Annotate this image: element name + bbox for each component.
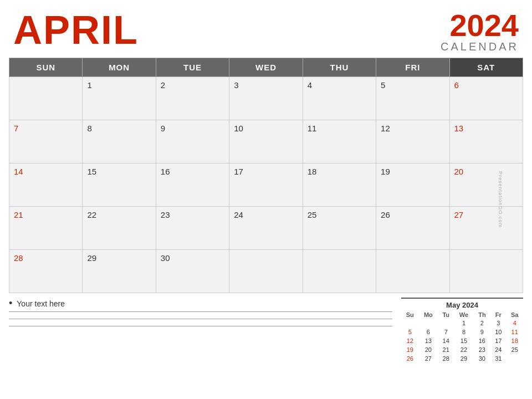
mini-header-cell: Su [401, 311, 419, 319]
mini-calendar-cell: 1 [454, 319, 473, 328]
calendar-cell: 24 [229, 207, 303, 250]
mini-calendar-cell: 2 [474, 319, 490, 328]
calendar-cell: 13 [449, 120, 523, 163]
mini-calendar-cell: 22 [454, 345, 473, 354]
mini-calendar-cell: 20 [419, 345, 438, 354]
mini-calendar-cell: 30 [474, 354, 490, 363]
mini-calendar-cell: 8 [454, 328, 473, 336]
header-wed: WED [229, 58, 303, 77]
calendar-cell: 29 [83, 250, 156, 293]
mini-calendar-cell: 21 [438, 345, 454, 354]
mini-calendar-cell: 10 [490, 328, 506, 336]
calendar-cell: 18 [303, 163, 376, 207]
header-sun: SUN [9, 58, 83, 77]
mini-calendar-row: 262728293031 [401, 354, 523, 363]
watermark: PresentationGO.com [498, 171, 503, 228]
calendar-cell: 14 [9, 163, 83, 207]
header-sat: SAT [449, 58, 523, 77]
calendar-cell: 12 [376, 120, 449, 163]
mini-calendar-cell [438, 319, 454, 328]
calendar-cell: 5 [376, 77, 449, 120]
mini-calendar-row: 19202122232425 [401, 345, 523, 354]
mini-header-cell: Th [474, 311, 490, 319]
notes-text: Your text here [17, 299, 65, 308]
calendar-cell: 20 [449, 163, 523, 207]
calendar-cell: 4 [303, 77, 376, 120]
calendar-cell: 30 [156, 250, 229, 293]
mini-calendar-cell: 7 [438, 328, 454, 336]
calendar-label: CALENDAR [441, 41, 519, 52]
mini-calendar: May 2024 SuMoTuWeThFrSa 1234567891011121… [401, 298, 523, 363]
calendar-cell: 17 [229, 163, 303, 207]
calendar-cell: 19 [376, 163, 449, 207]
calendar-cell: 9 [156, 120, 229, 163]
year-block: 2024 CALENDAR [441, 10, 519, 52]
calendar-cell: 25 [303, 207, 376, 250]
header-mon: MON [83, 58, 156, 77]
mini-calendar-cell: 11 [506, 328, 523, 336]
mini-calendar-cell: 4 [506, 319, 523, 328]
calendar-cell: 10 [229, 120, 303, 163]
mini-calendar-cell: 12 [401, 336, 419, 345]
mini-calendar-cell: 28 [438, 354, 454, 363]
mini-calendar-cell: 14 [438, 336, 454, 345]
mini-calendar-cell: 19 [401, 345, 419, 354]
calendar-cell: 1 [83, 77, 156, 120]
calendar-cell: 7 [9, 120, 83, 163]
mini-calendar-cell: 27 [419, 354, 438, 363]
calendar-cell [9, 77, 83, 120]
calendar-cell: 16 [156, 163, 229, 207]
calendar-cell: 26 [376, 207, 449, 250]
mini-calendar-row: 567891011 [401, 328, 523, 336]
calendar-week-row: 282930 [9, 250, 523, 293]
calendar-week-row: 78910111213 [9, 120, 523, 163]
calendar-cell: 2 [156, 77, 229, 120]
calendar-cell: 21 [9, 207, 83, 250]
mini-calendar-row: 12131415161718 [401, 336, 523, 345]
main-calendar: SUN MON TUE WED THU FRI SAT 123456789101… [9, 58, 523, 293]
notes-area: • Your text here [9, 298, 392, 333]
mini-calendar-table: SuMoTuWeThFrSa 1234567891011121314151617… [401, 311, 523, 363]
calendar-cell: 22 [83, 207, 156, 250]
mini-header-cell: Mo [419, 311, 438, 319]
mini-header-cell: We [454, 311, 473, 319]
mini-calendar-cell: 13 [419, 336, 438, 345]
calendar-cell [376, 250, 449, 293]
mini-calendar-cell: 3 [490, 319, 506, 328]
notes-bullet-item: • Your text here [9, 298, 392, 309]
header-tue: TUE [156, 58, 229, 77]
calendar-cell: 11 [303, 120, 376, 163]
mini-calendar-cell: 5 [401, 328, 419, 336]
mini-calendar-cell: 25 [506, 345, 523, 354]
notes-line-3 [9, 326, 392, 326]
year-number: 2024 [441, 10, 519, 41]
mini-header-cell: Fr [490, 311, 506, 319]
mini-calendar-cell: 6 [419, 328, 438, 336]
mini-calendar-cell: 29 [454, 354, 473, 363]
bottom-section: • Your text here May 2024 SuMoTuWeThFrSa… [9, 298, 523, 363]
mini-calendar-cell: 16 [474, 336, 490, 345]
month-title: APRIL [13, 10, 139, 50]
calendar-cell: 15 [83, 163, 156, 207]
mini-calendar-cell [401, 319, 419, 328]
mini-calendar-cell: 31 [490, 354, 506, 363]
calendar-cell [449, 250, 523, 293]
mini-calendar-cell: 18 [506, 336, 523, 345]
calendar-cell: 23 [156, 207, 229, 250]
mini-calendar-cell: 24 [490, 345, 506, 354]
calendar-cell: 3 [229, 77, 303, 120]
calendar-cell: 6 [449, 77, 523, 120]
mini-header-cell: Sa [506, 311, 523, 319]
calendar-header-row: SUN MON TUE WED THU FRI SAT [9, 58, 523, 77]
bullet-icon: • [9, 298, 12, 309]
calendar-cell: 27 [449, 207, 523, 250]
mini-calendar-cell [506, 354, 523, 363]
calendar-week-row: 123456 [9, 77, 523, 120]
header-fri: FRI [376, 58, 449, 77]
mini-calendar-cell [419, 319, 438, 328]
mini-calendar-row: 1234 [401, 319, 523, 328]
calendar-cell: 8 [83, 120, 156, 163]
mini-calendar-cell: 17 [490, 336, 506, 345]
calendar-cell [229, 250, 303, 293]
mini-header-row: SuMoTuWeThFrSa [401, 311, 523, 319]
